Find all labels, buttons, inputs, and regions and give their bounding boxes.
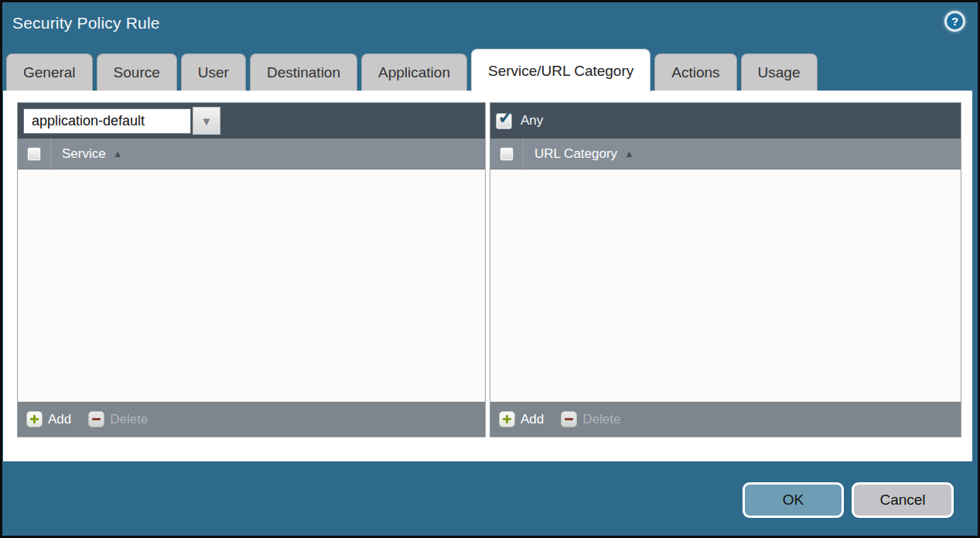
add-icon xyxy=(26,411,43,427)
service-type-dropdown-button[interactable]: ▼ xyxy=(193,107,220,135)
tab-service-url-category[interactable]: Service/URL Category xyxy=(471,49,650,92)
url-category-footer: Add Delete xyxy=(490,402,961,437)
tab-usage[interactable]: Usage xyxy=(741,53,818,91)
tab-user[interactable]: User xyxy=(181,53,246,91)
service-type-value[interactable]: application-default xyxy=(23,108,191,134)
tab-general[interactable]: General xyxy=(6,53,93,91)
service-select-all-checkbox[interactable]: ✓ xyxy=(27,147,41,161)
url-category-list-body xyxy=(490,170,961,402)
url-category-select-all-cell: ✓ xyxy=(490,139,524,169)
service-column-label[interactable]: Service ▲ xyxy=(62,146,123,162)
url-category-select-all-checkbox[interactable]: ✓ xyxy=(500,147,514,161)
service-type-combobox: application-default ▼ xyxy=(23,107,220,135)
chevron-down-icon: ▼ xyxy=(201,115,213,128)
url-category-add-label: Add xyxy=(521,412,544,427)
url-category-any-bar: ✓ Any xyxy=(490,103,961,139)
sort-ascending-icon: ▲ xyxy=(624,148,634,159)
url-category-panel: ✓ Any ✓ URL Category ▲ Add xyxy=(490,102,961,437)
service-add-label: Add xyxy=(48,412,71,427)
service-list-body xyxy=(18,170,485,402)
service-add-button[interactable]: Add xyxy=(26,411,71,427)
url-category-any-checkbox[interactable]: ✓ xyxy=(496,113,512,129)
service-type-bar: application-default ▼ xyxy=(18,103,485,139)
help-icon-glyph: ? xyxy=(951,15,958,28)
service-column-header: ✓ Service ▲ xyxy=(18,139,485,170)
service-footer: Add Delete xyxy=(18,402,485,437)
tab-content-sheet: application-default ▼ ✓ Service ▲ xyxy=(3,91,972,461)
add-icon xyxy=(499,411,515,427)
tab-source[interactable]: Source xyxy=(97,53,177,91)
url-category-column-title: URL Category xyxy=(534,146,617,162)
url-category-any-label: Any xyxy=(521,113,543,129)
security-policy-rule-dialog: Security Policy Rule ? General Source Us… xyxy=(0,0,980,538)
cancel-button[interactable]: Cancel xyxy=(852,482,954,518)
tab-actions[interactable]: Actions xyxy=(654,53,736,91)
service-panel: application-default ▼ ✓ Service ▲ xyxy=(17,102,486,437)
service-delete-button[interactable]: Delete xyxy=(88,411,148,427)
delete-icon xyxy=(561,411,577,427)
dialog-title: Security Policy Rule xyxy=(12,14,160,33)
url-category-column-header: ✓ URL Category ▲ xyxy=(490,139,961,170)
tab-destination[interactable]: Destination xyxy=(250,53,357,91)
url-category-delete-button[interactable]: Delete xyxy=(561,411,620,427)
ok-button[interactable]: OK xyxy=(743,482,844,518)
service-select-all-cell: ✓ xyxy=(18,139,51,169)
check-icon: ✓ xyxy=(497,107,514,127)
sort-ascending-icon: ▲ xyxy=(113,148,123,159)
url-category-delete-label: Delete xyxy=(582,412,620,427)
service-delete-label: Delete xyxy=(110,412,148,427)
delete-icon xyxy=(88,411,104,427)
url-category-add-button[interactable]: Add xyxy=(499,411,544,427)
tab-bar: General Source User Destination Applicat… xyxy=(6,49,974,91)
help-icon[interactable]: ? xyxy=(944,11,965,32)
url-category-column-label[interactable]: URL Category ▲ xyxy=(534,146,634,162)
tab-application[interactable]: Application xyxy=(361,53,467,91)
service-column-title: Service xyxy=(62,146,106,162)
